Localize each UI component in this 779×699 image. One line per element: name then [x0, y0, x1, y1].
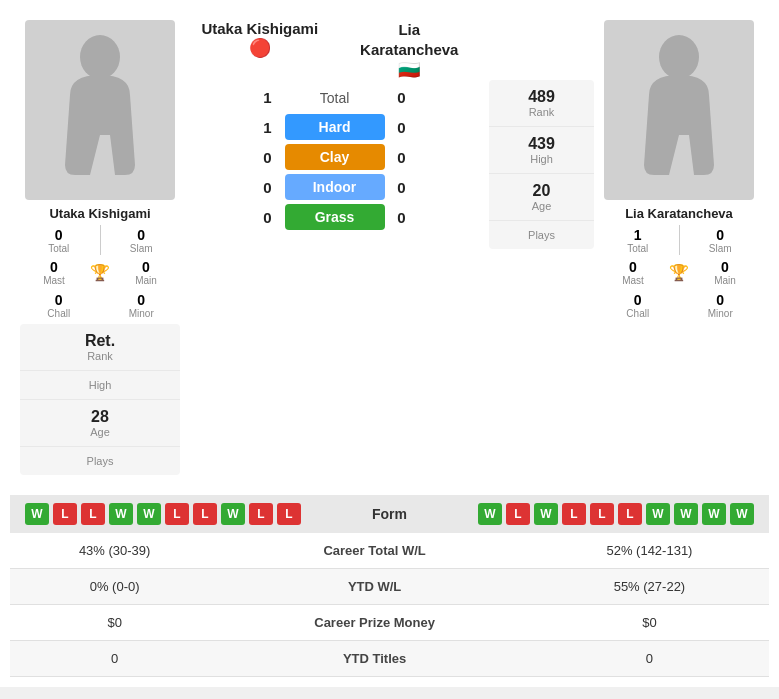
player2-header: LiaKaratancheva 🇧🇬 — [335, 20, 485, 81]
form-badge-p2: L — [618, 503, 642, 525]
player2-block: Lia Karatancheva 1 Total 0 Slam 0 M — [599, 20, 759, 320]
table-cell-p1: 0% (0-0) — [10, 569, 219, 605]
hard-score-p1: 1 — [259, 119, 277, 136]
player2-total-stat: 1 Total — [599, 227, 677, 254]
form-badge-p2: W — [730, 503, 754, 525]
player1-header-name: Utaka Kishigami — [185, 20, 335, 37]
table-row: $0Career Prize Money$0 — [10, 605, 769, 641]
clay-row: 0 Clay 0 — [185, 144, 484, 170]
player2-trophy-icon: 🏆 — [669, 264, 689, 281]
player2-age-row: 20 Age — [489, 174, 594, 221]
form-badge-p1: L — [165, 503, 189, 525]
player1-chall-stat: 0 Chall — [20, 292, 98, 319]
player2-total-lbl: Total — [627, 243, 648, 254]
form-badge-p1: L — [53, 503, 77, 525]
form-label: Form — [360, 506, 420, 522]
player1-minor-stat: 0 Minor — [103, 292, 181, 319]
hard-row: 1 Hard 0 — [185, 114, 484, 140]
grass-row: 0 Grass 0 — [185, 204, 484, 230]
player1-mast-lbl: Mast — [43, 275, 65, 286]
player2-main-stat: 0 Main — [691, 259, 759, 286]
player1-chall-lbl: Chall — [47, 308, 70, 319]
form-section: WLLWWLLWLL Form WLWLLLWWWW — [10, 495, 769, 533]
center-column: Utaka Kishigami 🔴 LiaKaratancheva 🇧🇬 1 T… — [185, 20, 484, 475]
player2-silhouette — [639, 35, 719, 185]
table-row: 0YTD Titles0 — [10, 641, 769, 677]
player1-slam-val: 0 — [137, 227, 145, 243]
form-badge-p1: L — [193, 503, 217, 525]
player2-chall-stat: 0 Chall — [599, 292, 677, 319]
player1-age-val: 28 — [26, 408, 174, 426]
player1-trophy-icon: 🏆 — [90, 264, 110, 281]
player1-chall-val: 0 — [55, 292, 63, 308]
form-badge-p2: L — [562, 503, 586, 525]
player2-avatar — [604, 20, 754, 200]
player1-avatar — [25, 20, 175, 200]
player2-main-val: 0 — [721, 259, 729, 275]
player2-header-name: LiaKaratancheva — [335, 20, 485, 59]
player2-high-lbl: High — [495, 153, 588, 165]
player2-mini-stats: 1 Total 0 Slam — [599, 225, 759, 255]
table-cell-label: YTD W/L — [219, 569, 530, 605]
match-container: Utaka Kishigami 0 Total 0 Slam 0 Ma — [0, 0, 779, 687]
player1-flag: 🔴 — [185, 37, 335, 59]
form-p1: WLLWWLLWLL — [25, 503, 352, 525]
player1-plays-row: Plays — [20, 447, 180, 475]
clay-badge: Clay — [285, 144, 385, 170]
player2-high-row: 439 High — [489, 127, 594, 174]
player1-silhouette — [60, 35, 140, 185]
player2-mast-stat: 0 Mast — [599, 259, 667, 286]
player1-slam-stat: 0 Slam — [103, 227, 181, 254]
player2-total-val: 1 — [634, 227, 642, 243]
total-label: Total — [285, 90, 385, 106]
total-score-p1: 1 — [259, 89, 277, 106]
player1-age-row: 28 Age — [20, 400, 180, 447]
player2-minor-lbl: Minor — [708, 308, 733, 319]
form-badge-p2: W — [646, 503, 670, 525]
player2-mast-val: 0 — [629, 259, 637, 275]
player1-header: Utaka Kishigami 🔴 — [185, 20, 335, 81]
form-badge-p2: L — [590, 503, 614, 525]
player2-rank-val: 489 — [495, 88, 588, 106]
player2-chall-stats: 0 Chall 0 Minor — [599, 290, 759, 320]
player1-high-lbl: High — [26, 379, 174, 391]
player2-chall-lbl: Chall — [626, 308, 649, 319]
player2-slam-lbl: Slam — [709, 243, 732, 254]
player1-total-val: 0 — [55, 227, 63, 243]
player2-minor-val: 0 — [716, 292, 724, 308]
player2-slam-stat: 0 Slam — [682, 227, 760, 254]
form-badge-p1: W — [25, 503, 49, 525]
surface-rows: 1 Hard 0 0 Clay 0 0 Indoor 0 0 Grass — [185, 114, 484, 230]
form-badge-p1: W — [109, 503, 133, 525]
form-badge-p1: W — [221, 503, 245, 525]
player1-slam-lbl: Slam — [130, 243, 153, 254]
table-cell-p2: $0 — [530, 605, 769, 641]
form-badge-p2: W — [674, 503, 698, 525]
player2-info-box: 489 Rank 439 High 20 Age Plays — [489, 80, 594, 249]
table-cell-p2: 55% (27-22) — [530, 569, 769, 605]
player1-info-box: Ret. Rank High 28 Age Plays — [20, 324, 180, 475]
player1-minor-val: 0 — [137, 292, 145, 308]
player1-high-row: High — [20, 371, 180, 400]
player2-high-val: 439 — [495, 135, 588, 153]
form-badge-p2: L — [506, 503, 530, 525]
table-cell-p2: 52% (142-131) — [530, 533, 769, 569]
player1-age-lbl: Age — [26, 426, 174, 438]
indoor-score-p2: 0 — [393, 179, 411, 196]
player1-total-lbl: Total — [48, 243, 69, 254]
table-cell-p1: 43% (30-39) — [10, 533, 219, 569]
player2-age-val: 20 — [495, 182, 588, 200]
player1-name: Utaka Kishigami — [49, 206, 150, 221]
form-badge-p1: L — [249, 503, 273, 525]
table-cell-label: YTD Titles — [219, 641, 530, 677]
player2-slam-val: 0 — [716, 227, 724, 243]
total-score-p2: 0 — [393, 89, 411, 106]
grass-score-p1: 0 — [259, 209, 277, 226]
stats-table: 43% (30-39)Career Total W/L52% (142-131)… — [10, 533, 769, 677]
player1-rank-row: Ret. Rank — [20, 324, 180, 371]
table-row: 0% (0-0)YTD W/L55% (27-22) — [10, 569, 769, 605]
player1-mast-stat: 0 Mast — [20, 259, 88, 286]
form-badge-p2: W — [478, 503, 502, 525]
player2-plays-row: Plays — [489, 221, 594, 249]
player2-minor-stat: 0 Minor — [682, 292, 760, 319]
